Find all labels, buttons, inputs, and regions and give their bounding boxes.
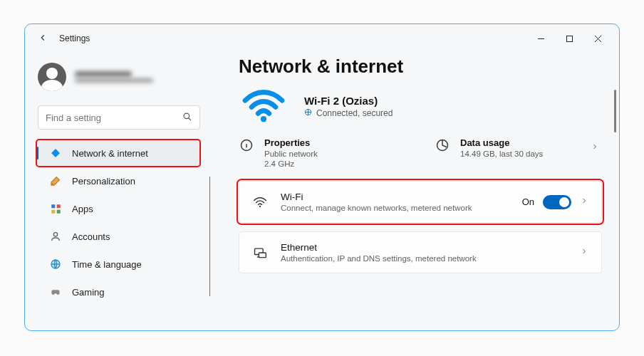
app-title: Settings bbox=[59, 33, 90, 43]
svg-rect-6 bbox=[56, 209, 60, 213]
chevron-right-icon bbox=[580, 247, 588, 258]
sidebar-item-time-language[interactable]: Time & language bbox=[36, 251, 200, 278]
properties-card[interactable]: Properties Public network 2.4 GHz bbox=[239, 137, 406, 168]
sidebar-item-label: Personalization bbox=[72, 176, 135, 187]
svg-point-7 bbox=[53, 233, 57, 236]
connection-status-text: Connected, secured bbox=[316, 108, 393, 118]
account-section[interactable] bbox=[33, 60, 210, 101]
main-scrollbar[interactable] bbox=[614, 90, 616, 132]
secured-globe-icon bbox=[304, 108, 312, 117]
avatar-icon bbox=[38, 63, 66, 91]
connection-name: Wi-Fi 2 (Ozias) bbox=[304, 95, 393, 107]
ethernet-panel-title: Ethernet bbox=[281, 242, 567, 253]
sidebar-item-label: Network & internet bbox=[72, 148, 148, 159]
data-usage-icon bbox=[435, 137, 450, 153]
search-box[interactable] bbox=[38, 105, 200, 130]
chevron-right-icon bbox=[580, 197, 588, 207]
wifi-toggle[interactable] bbox=[543, 195, 571, 209]
svg-rect-15 bbox=[259, 253, 266, 258]
sidebar-item-accounts[interactable]: Accounts bbox=[36, 223, 200, 250]
settings-window: Settings bbox=[24, 23, 620, 331]
wifi-panel-sub: Connect, manage known networks, metered … bbox=[281, 204, 502, 212]
svg-rect-3 bbox=[51, 204, 55, 208]
properties-line2: 2.4 GHz bbox=[264, 159, 318, 168]
data-usage-line1: 14.49 GB, last 30 days bbox=[460, 150, 543, 158]
brush-icon bbox=[49, 174, 62, 187]
sidebar: Network & internet Personalization Apps bbox=[25, 53, 210, 330]
properties-line1: Public network bbox=[264, 150, 318, 158]
svg-point-9 bbox=[261, 116, 266, 122]
svg-rect-4 bbox=[56, 204, 60, 208]
main-content: Network & internet Wi-Fi 2 (Ozias) Conne… bbox=[210, 53, 619, 330]
sidebar-item-label: Apps bbox=[72, 204, 93, 214]
maximize-button[interactable] bbox=[555, 28, 583, 49]
sidebar-item-label: Accounts bbox=[72, 231, 110, 242]
wifi-toggle-label: On bbox=[522, 197, 534, 207]
wifi-diamond-icon bbox=[49, 147, 62, 159]
svg-rect-1 bbox=[566, 36, 572, 41]
search-input[interactable] bbox=[46, 112, 182, 123]
ethernet-panel-sub: Authentication, IP and DNS settings, met… bbox=[281, 254, 502, 263]
svg-point-13 bbox=[259, 205, 261, 206]
data-usage-card[interactable]: Data usage 14.49 GB, last 30 days bbox=[435, 137, 602, 158]
properties-title: Properties bbox=[264, 137, 318, 148]
grid-icon bbox=[49, 202, 62, 215]
search-icon bbox=[182, 112, 192, 124]
connection-status: Wi-Fi 2 (Ozias) Connected, secured bbox=[239, 88, 602, 125]
ethernet-icon bbox=[252, 245, 268, 261]
data-usage-title: Data usage bbox=[460, 137, 543, 148]
globe-clock-icon bbox=[49, 258, 62, 271]
sidebar-item-label: Gaming bbox=[72, 287, 105, 298]
person-icon bbox=[49, 230, 62, 243]
ethernet-panel[interactable]: Ethernet Authentication, IP and DNS sett… bbox=[239, 231, 602, 273]
chevron-right-icon bbox=[591, 142, 602, 153]
minimize-button[interactable] bbox=[526, 28, 555, 49]
back-button[interactable] bbox=[38, 33, 48, 45]
account-name-blurred bbox=[75, 71, 153, 83]
gamepad-icon bbox=[49, 286, 62, 298]
wifi-icon bbox=[239, 88, 289, 125]
wifi-panel-title: Wi-Fi bbox=[281, 192, 509, 202]
sidebar-item-personalization[interactable]: Personalization bbox=[36, 167, 200, 194]
wifi-panel[interactable]: Wi-Fi Connect, manage known networks, me… bbox=[239, 181, 602, 223]
sidebar-item-label: Time & language bbox=[72, 259, 142, 270]
wifi-small-icon bbox=[252, 194, 268, 210]
info-icon bbox=[239, 137, 254, 153]
close-button[interactable] bbox=[583, 28, 612, 49]
titlebar: Settings bbox=[25, 24, 619, 53]
sidebar-item-network[interactable]: Network & internet bbox=[36, 140, 200, 167]
sidebar-item-apps[interactable]: Apps bbox=[36, 195, 200, 222]
page-title: Network & internet bbox=[239, 56, 602, 78]
sidebar-item-gaming[interactable]: Gaming bbox=[36, 278, 200, 305]
sidebar-nav: Network & internet Personalization Apps bbox=[33, 140, 210, 305]
svg-rect-5 bbox=[51, 209, 55, 213]
